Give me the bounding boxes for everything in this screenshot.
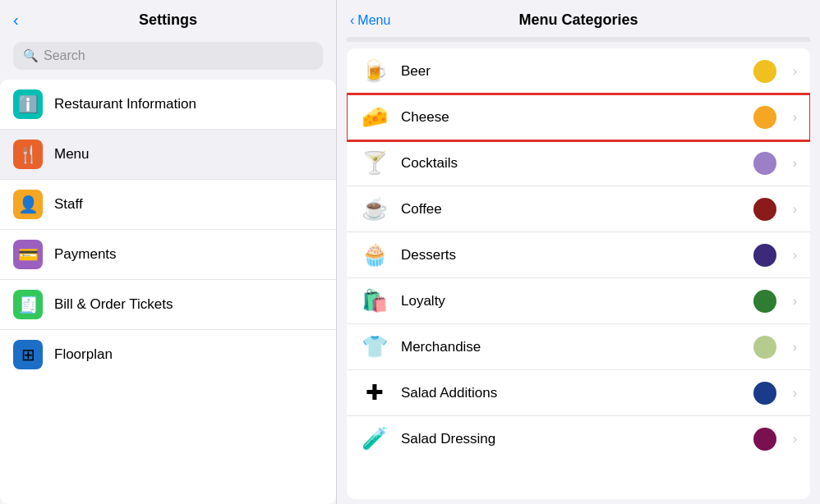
category-label-merchandise: Merchandise <box>401 339 742 355</box>
category-item-coffee[interactable]: ☕Coffee› <box>347 186 810 232</box>
sidebar-label-menu: Menu <box>54 146 90 163</box>
cheese-icon: 🧀 <box>360 104 389 130</box>
chevron-right-icon-desserts: › <box>793 248 797 263</box>
category-label-cheese: Cheese <box>401 109 742 126</box>
category-item-loyalty[interactable]: 🛍️Loyalty› <box>347 278 810 324</box>
loyalty-icon: 🛍️ <box>360 288 389 314</box>
sidebar-item-staff[interactable]: 👤Staff <box>0 180 336 230</box>
right-panel-title: Menu Categories <box>518 11 638 29</box>
chevron-right-icon-merchandise: › <box>793 340 797 355</box>
menu-categories-list: 🍺Beer›🧀Cheese›🍸Cocktails›☕Coffee›🧁Desser… <box>347 48 810 499</box>
color-dot-cheese <box>753 106 776 129</box>
sidebar-label-staff: Staff <box>54 196 83 213</box>
color-dot-merchandise <box>753 336 776 359</box>
color-dot-salad-additions <box>753 382 776 405</box>
chevron-right-icon-cocktails: › <box>793 156 797 171</box>
sidebar-item-floorplan[interactable]: ⊞Floorplan <box>0 330 336 379</box>
sidebar-item-menu[interactable]: 🍴Menu <box>0 130 336 180</box>
staff-icon: 👤 <box>13 190 43 219</box>
color-dot-beer <box>753 60 776 83</box>
cocktails-icon: 🍸 <box>360 150 389 176</box>
sidebar-item-restaurant[interactable]: ℹ️Restaurant Information <box>0 80 336 130</box>
search-placeholder: Search <box>44 48 85 63</box>
chevron-right-icon-loyalty: › <box>793 294 797 309</box>
settings-title: Settings <box>139 11 197 29</box>
sidebar-label-payments: Payments <box>54 246 117 263</box>
color-dot-loyalty <box>753 290 776 313</box>
category-label-salad-additions: Salad Additions <box>401 385 742 401</box>
salad-additions-icon: ✚ <box>360 380 389 405</box>
divider-bar <box>347 37 810 42</box>
sidebar-label-floorplan: Floorplan <box>54 346 113 363</box>
merchandise-icon: 👕 <box>360 334 389 360</box>
category-label-cocktails: Cocktails <box>401 155 742 172</box>
category-item-salad-additions[interactable]: ✚Salad Additions› <box>347 370 810 416</box>
right-header: ‹ Menu Menu Categories <box>337 0 820 37</box>
back-label: Menu <box>357 13 390 28</box>
left-header: ‹ Settings <box>0 0 336 37</box>
right-back-button[interactable]: ‹ Menu <box>350 13 390 28</box>
bill-order-icon: 🧾 <box>13 290 43 319</box>
category-item-cheese[interactable]: 🧀Cheese› <box>347 94 810 140</box>
search-bar[interactable]: 🔍 Search <box>13 42 323 70</box>
color-dot-desserts <box>753 244 776 267</box>
category-label-beer: Beer <box>401 63 742 80</box>
color-dot-salad-dressing <box>753 428 776 451</box>
left-nav-list: ℹ️Restaurant Information🍴Menu👤Staff💳Paym… <box>0 80 336 504</box>
floorplan-icon: ⊞ <box>13 340 43 369</box>
category-item-desserts[interactable]: 🧁Desserts› <box>347 232 810 278</box>
sidebar-item-payments[interactable]: 💳Payments <box>0 230 336 280</box>
category-item-cocktails[interactable]: 🍸Cocktails› <box>347 140 810 186</box>
payments-icon: 💳 <box>13 240 43 269</box>
restaurant-icon: ℹ️ <box>13 89 43 119</box>
category-label-loyalty: Loyalty <box>401 293 742 309</box>
category-item-merchandise[interactable]: 👕Merchandise› <box>347 324 810 370</box>
chevron-left-icon: ‹ <box>350 13 354 28</box>
chevron-right-icon-cheese: › <box>793 110 797 125</box>
beer-icon: 🍺 <box>360 58 389 84</box>
category-item-beer[interactable]: 🍺Beer› <box>347 48 810 94</box>
menu-icon: 🍴 <box>13 140 43 169</box>
desserts-icon: 🧁 <box>360 242 389 268</box>
chevron-right-icon-beer: › <box>793 64 797 79</box>
color-dot-coffee <box>753 198 776 221</box>
chevron-right-icon-salad-additions: › <box>793 386 797 401</box>
chevron-right-icon-coffee: › <box>793 202 797 217</box>
coffee-icon: ☕ <box>360 196 389 222</box>
search-icon: 🔍 <box>23 48 39 63</box>
category-label-salad-dressing: Salad Dressing <box>401 431 742 447</box>
category-label-coffee: Coffee <box>401 201 742 218</box>
category-label-desserts: Desserts <box>401 247 742 263</box>
right-panel: ‹ Menu Menu Categories 🍺Beer›🧀Cheese›🍸Co… <box>337 0 820 504</box>
chevron-right-icon-salad-dressing: › <box>793 432 797 447</box>
sidebar-item-bill-order[interactable]: 🧾Bill & Order Tickets <box>0 280 336 330</box>
category-item-salad-dressing[interactable]: 🧪Salad Dressing› <box>347 416 810 461</box>
sidebar-label-restaurant: Restaurant Information <box>54 96 196 112</box>
left-panel: ‹ Settings 🔍 Search ℹ️Restaurant Informa… <box>0 0 337 504</box>
color-dot-cocktails <box>753 152 776 175</box>
sidebar-label-bill-order: Bill & Order Tickets <box>54 296 173 313</box>
salad-dressing-icon: 🧪 <box>360 426 389 451</box>
back-button[interactable]: ‹ <box>13 11 19 30</box>
